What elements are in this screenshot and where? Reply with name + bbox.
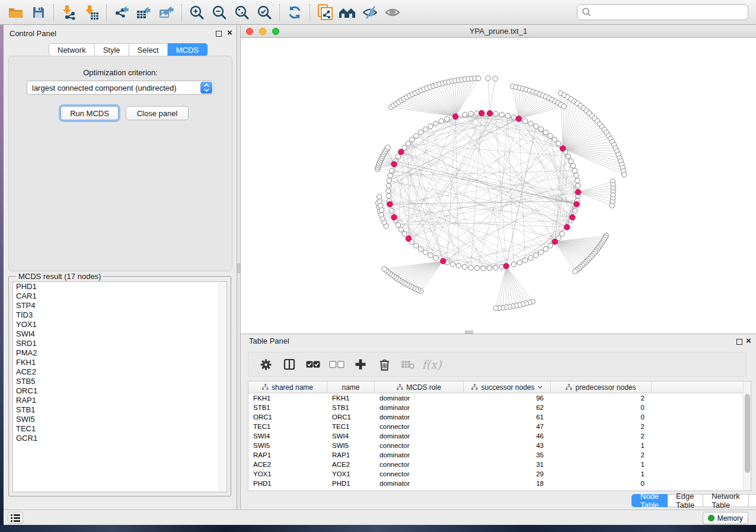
network-node[interactable]: [410, 137, 414, 142]
network-node[interactable]: [528, 121, 533, 126]
network-hub-node[interactable]: [441, 258, 446, 264]
network-node[interactable]: [552, 137, 557, 142]
network-node[interactable]: [389, 209, 394, 213]
tab-network[interactable]: Network: [49, 43, 95, 56]
network-leaf-node[interactable]: [385, 145, 390, 150]
network-node[interactable]: [572, 209, 577, 213]
network-node[interactable]: [414, 243, 419, 248]
network-node[interactable]: [456, 263, 461, 268]
network-node[interactable]: [538, 250, 543, 255]
network-node[interactable]: [423, 250, 428, 255]
delete-table-icon[interactable]: [400, 357, 416, 372]
network-hub-node[interactable]: [391, 214, 397, 220]
column-layout-icon[interactable]: [282, 357, 297, 372]
network-hub-node[interactable]: [487, 111, 492, 116]
result-list-item[interactable]: PHD1: [13, 282, 227, 291]
network-hub-node[interactable]: [406, 236, 411, 241]
result-list-item[interactable]: TID3: [13, 310, 227, 320]
network-node[interactable]: [569, 159, 573, 164]
deselect-all-checkboxes-icon[interactable]: [329, 357, 344, 372]
network-node[interactable]: [560, 232, 564, 236]
network-leaf-node[interactable]: [493, 76, 497, 81]
network-node[interactable]: [428, 253, 433, 258]
network-node[interactable]: [388, 173, 393, 178]
tab-style[interactable]: Style: [95, 43, 129, 56]
network-overview-icon[interactable]: [336, 2, 359, 23]
table-row[interactable]: RAP1RAP1dominator352: [248, 450, 743, 460]
result-list-item[interactable]: SWI4: [13, 329, 227, 339]
network-node[interactable]: [418, 246, 423, 251]
result-list-item[interactable]: FKH1: [13, 358, 227, 367]
network-node[interactable]: [386, 188, 391, 193]
result-list-item[interactable]: SWI5: [13, 415, 227, 424]
network-node[interactable]: [572, 168, 577, 173]
network-leaf-node[interactable]: [382, 267, 387, 271]
save-icon[interactable]: [27, 2, 50, 23]
network-window-titlebar[interactable]: YPA_prune.txt_1: [241, 25, 756, 38]
network-leaf-node[interactable]: [610, 203, 614, 208]
hide-graphics-details-icon[interactable]: [359, 2, 381, 23]
network-node[interactable]: [548, 243, 553, 248]
network-node[interactable]: [406, 141, 410, 146]
result-list-item[interactable]: SRD1: [13, 339, 227, 348]
tab-node-table[interactable]: Node Table: [631, 494, 668, 507]
new-network-from-selection-icon[interactable]: [314, 2, 336, 23]
network-hub-node[interactable]: [575, 190, 580, 195]
result-list-item[interactable]: PMA2: [13, 348, 227, 358]
add-column-icon[interactable]: [353, 357, 368, 372]
close-panel-icon[interactable]: ×: [227, 27, 232, 38]
tab-select[interactable]: Select: [129, 43, 168, 56]
column-header-successor-nodes[interactable]: successor nodes: [464, 382, 551, 393]
network-hub-node[interactable]: [574, 201, 579, 207]
network-leaf-node[interactable]: [476, 76, 481, 81]
result-list-item[interactable]: YOX1: [13, 320, 227, 329]
network-node[interactable]: [395, 223, 400, 227]
open-folder-icon[interactable]: [5, 2, 27, 23]
table-row[interactable]: ORC1ORC1dominator610: [248, 412, 743, 422]
network-node[interactable]: [534, 124, 538, 129]
float-panel-icon[interactable]: [216, 31, 222, 37]
network-leaf-node[interactable]: [378, 203, 382, 208]
network-hub-node[interactable]: [552, 239, 557, 244]
network-node[interactable]: [566, 154, 570, 159]
network-hub-node[interactable]: [570, 214, 575, 220]
network-node[interactable]: [548, 133, 553, 138]
network-node[interactable]: [511, 115, 516, 120]
result-list-item[interactable]: STB5: [13, 377, 227, 386]
optimization-criterion-select[interactable]: largest connected component (undirected): [27, 81, 214, 95]
result-list-item[interactable]: RAP1: [13, 396, 227, 405]
network-hub-node[interactable]: [387, 201, 393, 207]
network-node[interactable]: [487, 266, 492, 271]
network-node[interactable]: [534, 253, 538, 258]
table-row[interactable]: SWI4SWI4dominator462: [248, 431, 743, 441]
network-node[interactable]: [517, 260, 522, 265]
close-panel-button[interactable]: Close panel: [126, 106, 189, 120]
network-node[interactable]: [462, 264, 467, 269]
task-history-button[interactable]: [8, 512, 23, 524]
table-settings-icon[interactable]: [258, 357, 273, 372]
network-node[interactable]: [468, 111, 473, 116]
network-node[interactable]: [474, 266, 479, 271]
mcds-result-list[interactable]: PHD1CAR1STP4TID3YOX1SWI4SRD1PMA2FKH1ACE2…: [12, 281, 227, 492]
result-list-item[interactable]: ACE2: [13, 367, 227, 377]
network-node[interactable]: [523, 118, 528, 123]
zoom-in-icon[interactable]: [186, 2, 208, 23]
network-node[interactable]: [402, 232, 407, 236]
network-node[interactable]: [481, 266, 486, 271]
table-close-icon[interactable]: ×: [746, 335, 751, 346]
table-row[interactable]: YOX1YOX1connector291: [248, 469, 743, 479]
table-scrollbar[interactable]: [743, 382, 751, 491]
network-node[interactable]: [511, 262, 516, 267]
run-mcds-button[interactable]: Run MCDS: [60, 106, 119, 120]
network-node[interactable]: [528, 255, 533, 260]
network-node[interactable]: [387, 178, 391, 183]
network-node[interactable]: [570, 164, 575, 168]
result-list-item[interactable]: STP4: [13, 301, 227, 310]
network-hub-node[interactable]: [391, 161, 397, 166]
import-table-icon[interactable]: [80, 2, 103, 23]
select-all-checkboxes-icon[interactable]: [305, 357, 321, 372]
network-leaf-node[interactable]: [486, 76, 490, 81]
zoom-out-icon[interactable]: [208, 2, 231, 23]
network-hub-node[interactable]: [503, 263, 509, 268]
network-node[interactable]: [423, 127, 428, 132]
